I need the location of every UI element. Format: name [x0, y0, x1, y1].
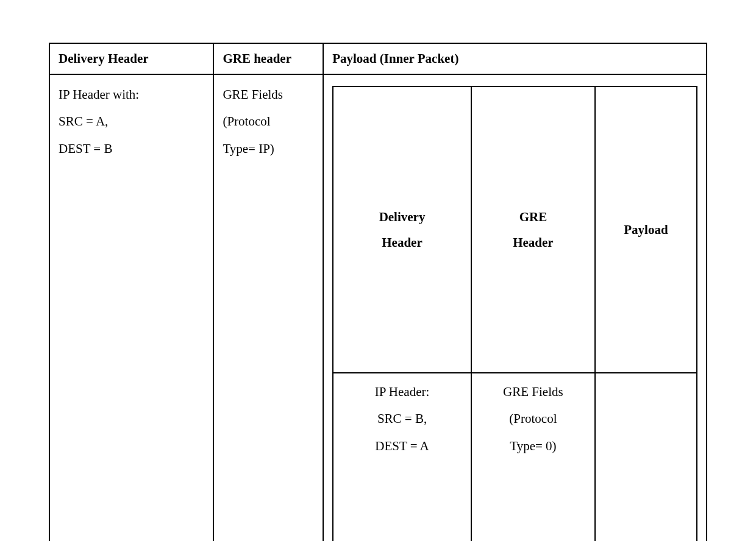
outer-delivery-line1: IP Header with:: [59, 81, 204, 108]
outer-gre-line1: GRE Fields: [223, 81, 314, 108]
inner-payload-cell: [595, 373, 697, 541]
inner-delivery-line3: DEST = A: [340, 433, 465, 459]
inner-header-delivery-l2: Header: [340, 230, 465, 255]
outer-header-delivery: Delivery Header: [49, 43, 213, 74]
outer-gre-line2: (Protocol: [223, 108, 314, 135]
inner-gre-line2: (Protocol: [478, 405, 588, 432]
inner-delivery-line2: SRC = B,: [340, 405, 465, 432]
inner-delivery-line1: IP Header:: [340, 378, 465, 405]
outer-payload-cell: Delivery Header GRE Header Payload IP He…: [323, 74, 707, 541]
inner-gre-line3: Type= 0): [478, 433, 588, 459]
inner-header-delivery-l1: Delivery: [340, 204, 465, 230]
inner-gre-cell: GRE Fields (Protocol Type= 0): [471, 373, 595, 541]
outer-delivery-cell: IP Header with: SRC = A, DEST = B: [49, 74, 213, 541]
inner-header-delivery: Delivery Header: [333, 87, 471, 373]
inner-header-gre-l1: GRE: [478, 204, 588, 230]
outer-gre-line3: Type= IP): [223, 135, 314, 162]
outer-packet-table: Delivery Header GRE header Payload (Inne…: [49, 43, 707, 541]
outer-gre-cell: GRE Fields (Protocol Type= IP): [213, 74, 323, 541]
inner-gre-line1: GRE Fields: [478, 378, 588, 405]
inner-delivery-cell: IP Header: SRC = B, DEST = A: [333, 373, 471, 541]
inner-header-gre: GRE Header: [471, 87, 595, 373]
outer-header-gre: GRE header: [213, 43, 323, 74]
outer-header-payload: Payload (Inner Packet): [323, 43, 707, 74]
outer-delivery-line3: DEST = B: [59, 135, 204, 162]
inner-header-gre-l2: Header: [478, 230, 588, 255]
inner-header-payload: Payload: [595, 87, 697, 373]
inner-packet-table: Delivery Header GRE Header Payload IP He…: [332, 86, 697, 541]
outer-delivery-line2: SRC = A,: [59, 108, 204, 135]
